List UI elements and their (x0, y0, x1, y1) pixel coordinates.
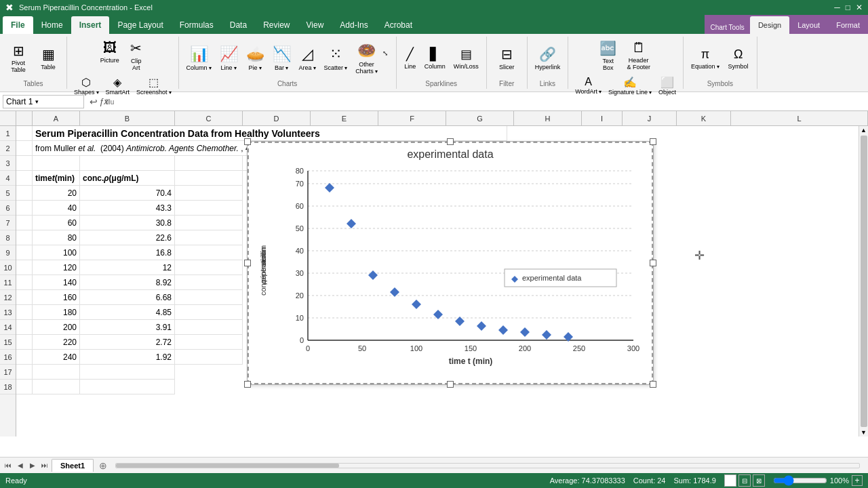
row-num-7[interactable]: 7 (0, 216, 16, 230)
row-num-4[interactable]: 4 (0, 171, 16, 186)
tab-page-layout[interactable]: Page Layout (109, 16, 171, 34)
tab-view[interactable]: View (298, 16, 332, 34)
charts-expand-icon[interactable]: ⤡ (382, 49, 392, 68)
tab-addins[interactable]: Add-Ins (332, 16, 376, 34)
scatter-chart-button[interactable]: ⁙ Scatter (321, 43, 351, 73)
cell-a4[interactable] (16, 171, 33, 186)
row-num-10[interactable]: 10 (0, 260, 16, 275)
tab-home[interactable]: Home (33, 16, 71, 34)
text-box-button[interactable]: 🔤 TextBox (596, 38, 620, 73)
cell-a11[interactable] (16, 275, 33, 290)
row-num-2[interactable]: 2 (0, 141, 16, 156)
cell-a2[interactable] (16, 141, 33, 156)
cell-b12[interactable]: 160 (33, 290, 80, 305)
cell-c11[interactable]: 8.92 (80, 275, 175, 290)
tab-insert[interactable]: Insert (71, 16, 110, 34)
cell-a18[interactable] (16, 380, 33, 394)
sparkline-column-button[interactable]: ▋ Column (421, 45, 449, 72)
col-header-a2[interactable]: A (33, 111, 80, 125)
tab-formulas[interactable]: Formulas (172, 16, 222, 34)
clip-art-button[interactable]: ✂ ClipArt (124, 38, 149, 73)
cell-c8[interactable]: 22.6 (80, 230, 175, 245)
cell-c15[interactable]: 2.72 (80, 335, 175, 350)
cell-a17[interactable] (16, 365, 33, 380)
cell-c16[interactable]: 1.92 (80, 350, 175, 365)
line-chart-button[interactable]: 📈 Line (216, 43, 241, 73)
cell-d11[interactable] (175, 275, 243, 290)
cell-d9[interactable] (175, 245, 243, 260)
normal-view-button[interactable]: ⊞ (724, 474, 736, 487)
row-num-1[interactable]: 1 (0, 126, 16, 141)
winloss-button[interactable]: ▤ Win/Loss (450, 45, 482, 72)
close-button[interactable]: ✕ (856, 3, 863, 12)
col-header-c[interactable]: C (175, 111, 243, 125)
cell-b15[interactable]: 220 (33, 335, 80, 350)
cell-d8[interactable] (175, 230, 243, 245)
slicer-button[interactable]: ⊟ Slicer (492, 44, 521, 73)
chart-resize-tl[interactable] (244, 138, 251, 145)
row-num-11[interactable]: 11 (0, 275, 16, 290)
scroll-down-button[interactable]: ▼ (860, 428, 868, 436)
cell-d12[interactable] (175, 290, 243, 305)
cell-a9[interactable] (16, 245, 33, 260)
row-num-16[interactable]: 16 (0, 350, 16, 365)
wordart-button[interactable]: A WordArt (572, 75, 604, 97)
cell-b4[interactable]: time t (min) (33, 171, 80, 186)
cell-c4[interactable]: conc. ρ (μg/mL) (80, 171, 175, 186)
cell-a7[interactable] (16, 216, 33, 230)
title-bar-controls[interactable]: ─ □ ✕ (834, 3, 863, 12)
cell-d3[interactable] (175, 156, 243, 171)
sheet-tab-sheet1[interactable]: Sheet1 (52, 459, 94, 472)
other-charts-button[interactable]: 🍩 OtherCharts (352, 40, 381, 77)
formula-input[interactable] (114, 96, 865, 108)
chart[interactable]: experimental data (247, 141, 654, 385)
chart-resize-top[interactable] (447, 138, 454, 145)
pie-chart-button[interactable]: 🥧 Pie (243, 43, 268, 73)
row-num-6[interactable]: 6 (0, 201, 16, 216)
tab-design[interactable]: Design (750, 16, 789, 34)
hyperlink-button[interactable]: 🔗 Hyperlink (532, 44, 564, 73)
header-footer-button[interactable]: 🗒 Header& Footer (622, 38, 656, 73)
cell-a14[interactable] (16, 320, 33, 335)
col-header-f[interactable]: F (378, 111, 446, 125)
add-sheet-button[interactable]: ⊕ (98, 460, 108, 471)
row-num-12[interactable]: 12 (0, 290, 16, 305)
row-num-3[interactable]: 3 (0, 156, 16, 171)
chart-resize-right[interactable] (650, 260, 656, 266)
equation-button[interactable]: π Equation (688, 45, 723, 72)
cell-a12[interactable] (16, 290, 33, 305)
cell-a3[interactable] (16, 156, 33, 171)
cell-c13[interactable]: 4.85 (80, 305, 175, 320)
cell-b8[interactable]: 80 (33, 230, 80, 245)
zoom-in-button[interactable]: + (852, 475, 863, 486)
name-box-dropdown-icon[interactable]: ▾ (35, 98, 39, 105)
sheet-nav-next[interactable]: ▶ (27, 460, 38, 471)
name-box[interactable]: Chart 1 ▾ (3, 95, 84, 108)
cell-c5[interactable]: 70.4 (80, 186, 175, 201)
cell-d15[interactable] (175, 335, 243, 350)
horizontal-scrollbar[interactable] (110, 463, 865, 468)
area-chart-button[interactable]: ◿ Area (296, 43, 319, 73)
row-num-18[interactable]: 18 (0, 380, 16, 394)
shapes-button[interactable]: ⬡ Shapes (71, 75, 102, 97)
sheet-nav-prev[interactable]: ◀ (15, 460, 26, 471)
smartart-button[interactable]: ◈ SmartArt (103, 75, 133, 97)
cell-a16[interactable] (16, 350, 33, 365)
object-button[interactable]: ⬜ Object (656, 75, 679, 97)
chart-resize-left[interactable] (244, 260, 251, 266)
col-header-a[interactable] (16, 111, 33, 125)
cell-c7[interactable]: 30.8 (80, 216, 175, 230)
bar-chart-button[interactable]: 📉 Bar (269, 43, 294, 73)
col-header-j[interactable]: J (623, 111, 677, 125)
column-chart-button[interactable]: 📊 Column (183, 43, 215, 73)
cell-c12[interactable]: 6.68 (80, 290, 175, 305)
scroll-thumb[interactable] (861, 136, 867, 427)
col-header-b[interactable]: B (80, 111, 175, 125)
tab-layout[interactable]: Layout (789, 16, 828, 34)
cell-c18[interactable] (80, 380, 175, 394)
row-num-13[interactable]: 13 (0, 305, 16, 320)
h-scroll-track[interactable] (115, 463, 860, 468)
col-header-d[interactable]: D (243, 111, 311, 125)
screenshot-button[interactable]: ⬚ Screenshot (134, 75, 174, 97)
cell-c17[interactable] (80, 365, 175, 380)
